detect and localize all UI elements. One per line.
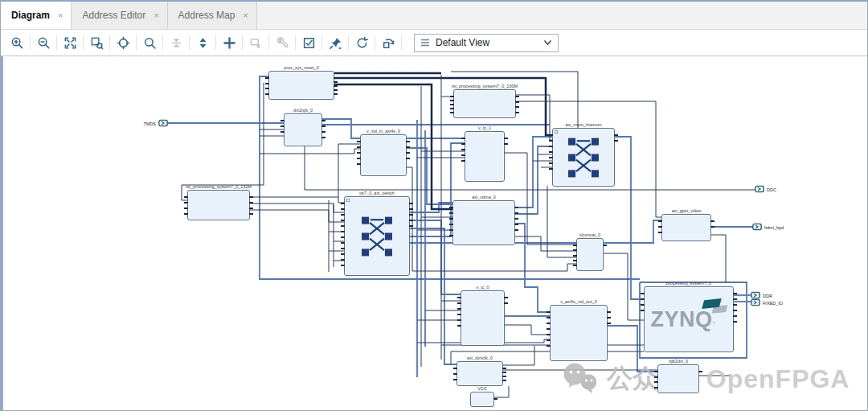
zoom-in-button[interactable] (6, 33, 27, 52)
tab-close-icon[interactable]: × (243, 10, 248, 20)
external-port-tmds[interactable]: TMDS (131, 120, 168, 127)
block-v-tc-1[interactable]: v_tc_1 (465, 131, 505, 182)
port-pin (341, 225, 345, 227)
port-pin (406, 152, 410, 154)
port-pin (450, 112, 454, 113)
block-label: rst_processing_system7_0_142M (186, 184, 252, 189)
pin-button[interactable] (325, 33, 346, 52)
port-pin (449, 207, 453, 208)
chevron-down-icon (543, 39, 552, 46)
port-pin (733, 321, 737, 323)
block-label: ps7_0_axi_periph (359, 191, 394, 195)
port-pin (280, 131, 285, 133)
port-pin (334, 81, 338, 83)
block-proc-sys-reset-0[interactable]: proc_sys_reset_0 (268, 71, 334, 100)
block-label: axi_dynclk_0 (467, 356, 493, 360)
port-pin (658, 232, 662, 233)
zoom-fit-button[interactable] (59, 33, 80, 52)
diagram-canvas[interactable]: 公众号 | OpenFPGA proc_sys_reset_0dvi2rgb_0… (1, 56, 867, 410)
external-port-fixed-io[interactable]: FIXED_IO (751, 299, 783, 306)
block-label: VCC (477, 386, 487, 391)
block-axi-vdma-0[interactable]: axi_vdma_0 (452, 200, 515, 245)
block-rst-processing-system7-0-100m[interactable]: rst_processing_system7_0_100M (453, 89, 516, 118)
port-pin (334, 89, 338, 91)
block-axi-mem-intercon[interactable]: axi_mem_intercon (552, 128, 615, 187)
refresh-button[interactable] (351, 33, 372, 52)
port-pin (514, 207, 518, 208)
block-vcc[interactable]: VCC (470, 392, 494, 407)
axi-crossbar-icon (565, 135, 602, 180)
port-pin (504, 143, 508, 145)
tab-address-editor[interactable]: Address Editor× (72, 2, 167, 29)
port-pin (547, 317, 551, 319)
port-pin (515, 106, 519, 108)
port-pin (357, 158, 361, 159)
port-pin (449, 229, 453, 231)
collapse-marker[interactable] (555, 130, 558, 134)
port-pin (654, 376, 658, 378)
port-pin (461, 143, 465, 145)
port-pin (461, 160, 465, 162)
port-pin (450, 108, 454, 109)
external-port-ddr[interactable]: DDR (751, 292, 772, 299)
port-pin (504, 297, 508, 298)
port-pin (249, 196, 253, 198)
zoom-to-selection-button[interactable] (86, 33, 107, 52)
toolbar-separator (268, 35, 269, 50)
block-v-vid-in-axi4s-0[interactable]: v_vid_in_axi4s_0 (360, 134, 407, 176)
tab-close-icon[interactable]: × (154, 10, 158, 20)
block-rst-processing-system7-0-142m[interactable]: rst_processing_system7_0_142M (187, 190, 250, 220)
block-axi-dynclk-0[interactable]: axi_dynclk_0 (457, 361, 503, 386)
expand-all-button[interactable] (192, 33, 213, 52)
block-v-axi4s-vid-out-0[interactable]: v_axi4s_vid_out_0 (550, 305, 608, 361)
tab-address-map[interactable]: Address Map× (168, 2, 257, 29)
port-pin (457, 325, 461, 327)
block-rgb2dvi-0[interactable]: rgb2dvi_0 (657, 364, 699, 393)
tab-close-icon[interactable]: × (58, 10, 63, 20)
collapse-all-button (166, 33, 186, 52)
external-port-ddc[interactable]: DDC (755, 186, 776, 193)
port-pin (341, 231, 345, 232)
block-axi-gpio-video[interactable]: axi_gpio_video (661, 214, 711, 241)
make-connection-icon (249, 36, 263, 50)
port-pin (334, 85, 338, 87)
external-port-hdmi-hpd[interactable]: hdmi_hpd (752, 224, 784, 231)
block-processing-system7-0[interactable]: processing_system7_0ZYNQ. (644, 286, 734, 352)
zoom-out-button[interactable] (33, 33, 54, 52)
block-dvi2rgb-0[interactable]: dvi2rgb_0 (284, 113, 322, 146)
add-ip-button[interactable] (219, 33, 240, 52)
block-v-tc-0[interactable]: v_tc_0 (461, 290, 505, 346)
port-pin (461, 138, 465, 139)
collapse-marker[interactable] (346, 199, 350, 202)
view-selector-dropdown[interactable]: Default View (414, 34, 559, 52)
collapse-all-icon (170, 36, 183, 50)
regenerate-layout-button[interactable] (378, 33, 399, 52)
port-pin (457, 314, 461, 315)
pin-icon (329, 36, 342, 50)
port-pin (341, 253, 345, 255)
port-pin (514, 224, 518, 225)
port-pin (409, 208, 413, 210)
external-port-label: TMDS (143, 121, 156, 125)
port-pin (733, 304, 737, 306)
block-label: axi_vdma_0 (472, 195, 496, 199)
port-pin (603, 245, 607, 246)
external-port-label: DDC (767, 187, 776, 191)
block-xlconcat-0[interactable]: xlconcat_0 (576, 238, 604, 271)
block-ps7-0-axi-periph[interactable]: ps7_0_axi_periph (344, 196, 410, 276)
center-view-button[interactable] (113, 33, 133, 52)
tab-diagram[interactable]: Diagram× (1, 2, 72, 29)
port-pin (357, 146, 361, 148)
validate-design-button[interactable] (298, 33, 319, 52)
port-pin (341, 208, 345, 210)
port-pin (549, 140, 553, 142)
search-button[interactable] (139, 33, 160, 52)
port-pin (406, 141, 410, 142)
port-pin (280, 120, 285, 121)
port-pin (502, 380, 506, 381)
toolbar-separator (109, 35, 110, 50)
interface-port-icon (158, 120, 168, 127)
toolbar-separator (136, 35, 137, 50)
customize-block-button (272, 33, 293, 52)
port-pin (549, 151, 553, 153)
